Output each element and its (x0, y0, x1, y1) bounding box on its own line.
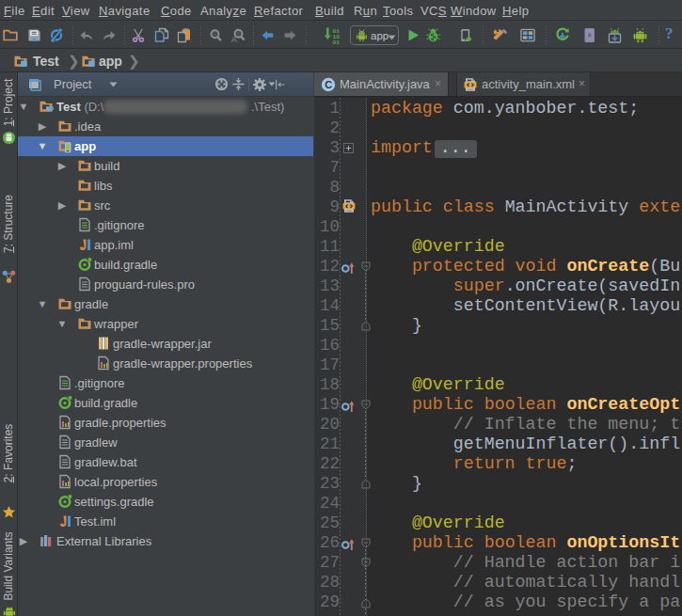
svg-text:01: 01 (333, 39, 341, 45)
svg-text:A: A (231, 35, 237, 44)
svg-text:C: C (325, 79, 332, 90)
